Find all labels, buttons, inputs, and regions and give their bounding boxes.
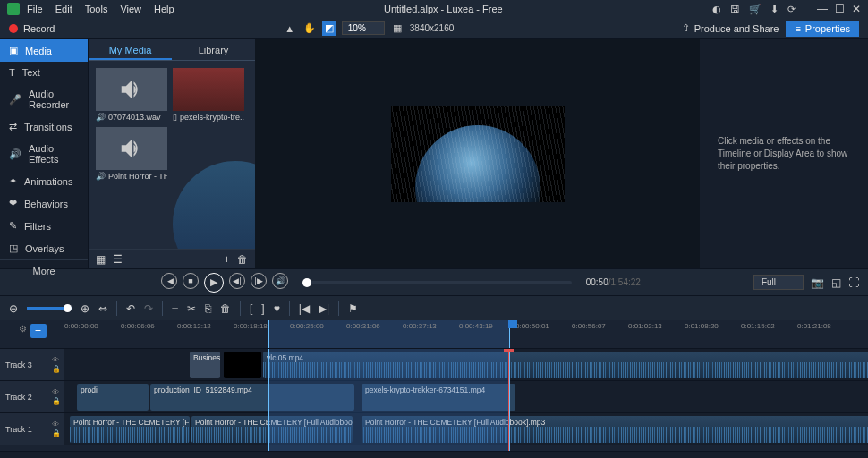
fit-timeline-button[interactable]: ⇔ [98, 302, 107, 315]
stop-button[interactable]: ■ [183, 273, 199, 289]
clip[interactable] [224, 352, 261, 378]
timeline-scrollbar[interactable] [0, 451, 868, 458]
clip[interactable]: prodi [77, 384, 149, 411]
tab-my-media[interactable]: My Media [89, 39, 172, 60]
nav-item-behaviors[interactable]: ❤Behaviors [0, 192, 88, 215]
media-item[interactable]: 🔊07074013.wav [96, 68, 167, 122]
zoom-out-button[interactable]: ⊖ [9, 302, 18, 315]
nav-item-animations[interactable]: ✦Animations [0, 170, 88, 192]
snapshot-button[interactable]: 📷 [811, 276, 824, 289]
produce-share-button[interactable]: ⇧ Produce and Share [682, 22, 779, 34]
menu-view[interactable]: View [120, 4, 141, 14]
download-icon[interactable]: ⬇ [770, 4, 779, 15]
nav-item-media[interactable]: ▣Media [0, 39, 88, 62]
save-icon[interactable]: 🖫 [730, 4, 740, 14]
add-track-button[interactable]: + [30, 324, 47, 338]
sync-icon[interactable]: ⟳ [787, 4, 796, 15]
volume-button[interactable]: 🔊 [272, 273, 288, 289]
track-visible-icon[interactable]: 👁 [52, 388, 61, 396]
menu-tools[interactable]: Tools [85, 4, 108, 14]
marker-button[interactable]: ♥ [274, 302, 280, 315]
track-visible-icon[interactable]: 👁 [52, 420, 61, 428]
zoom-slider[interactable] [27, 307, 72, 310]
grid-view-icon[interactable]: ▦ [96, 253, 106, 266]
record-button[interactable]: Record [9, 23, 55, 34]
menu-file[interactable]: File [27, 4, 43, 14]
delete-media-button[interactable]: 🗑 [237, 253, 248, 266]
clip[interactable]: Business [190, 352, 220, 378]
zoom-in-button[interactable]: ⊕ [81, 302, 89, 315]
bookmark-button[interactable]: ⚑ [348, 302, 358, 315]
track-body[interactable]: Point Horror - THE CEMETERY [Full Audiob… [64, 413, 868, 445]
canvas-size-icon[interactable]: ▦ [390, 21, 404, 36]
track-body[interactable]: prodiproduction_ID_5192849.mp4pexels-kry… [64, 381, 868, 412]
fullscreen-button[interactable]: ⛶ [848, 276, 859, 289]
account-icon[interactable]: ◐ [712, 4, 721, 15]
cart-icon[interactable]: 🛒 [749, 4, 762, 15]
track-lock-icon[interactable]: 🔒 [52, 365, 61, 373]
properties-button[interactable]: ≡ Properties [786, 21, 859, 37]
split-button[interactable]: ✂ [187, 302, 196, 315]
media-item[interactable]: 🔊Point Horror - TH... [96, 127, 167, 249]
clip[interactable]: Point Horror - THE CEMETERY [Full Audiob… [191, 416, 353, 443]
track-header[interactable]: Track 1👁🔒 [0, 413, 64, 445]
time-ruler[interactable]: 0:00:00:000:00:06:060:00:12:120:00:18:18… [64, 320, 868, 348]
clip[interactable]: vlc 05.mp4 [263, 352, 868, 378]
track-lock-icon[interactable]: 🔒 [52, 429, 61, 437]
menu-edit[interactable]: Edit [55, 4, 72, 14]
goto-end-button[interactable]: ▶| [319, 302, 329, 315]
crop-tool[interactable]: ◩ [322, 21, 336, 36]
clip[interactable]: production_ID_5192849.mp4 [150, 384, 354, 411]
magnet-button[interactable]: ⎓ [172, 302, 178, 315]
main-toolbar: Record ▲ ✋ ◩ 10% ▦ 3840x2160 ⇧ Produce a… [0, 18, 868, 39]
playhead[interactable] [508, 349, 509, 451]
preview-canvas[interactable] [391, 106, 565, 202]
nav-item-audio-recorder[interactable]: 🎤Audio Recorder [0, 83, 88, 115]
nav-item-text[interactable]: TText [0, 62, 88, 83]
clip[interactable]: Point Horror - THE CEMETERY [Full Audiob… [362, 416, 868, 443]
minimize-button[interactable]: — [817, 3, 828, 15]
zoom-slider-handle[interactable] [64, 304, 72, 312]
maximize-button[interactable]: ☐ [835, 3, 845, 15]
playhead-handle[interactable] [504, 349, 514, 352]
add-media-button[interactable]: + [224, 253, 230, 266]
preview-quality-select[interactable]: Full [753, 275, 804, 290]
redo-button[interactable]: ↷ [144, 302, 153, 315]
list-view-icon[interactable]: ☰ [113, 253, 123, 266]
track-header[interactable]: Track 3👁🔒 [0, 349, 64, 380]
timeline-options-icon[interactable]: ⚙ [19, 324, 27, 334]
undo-button[interactable]: ↶ [126, 302, 135, 315]
pointer-tool[interactable]: ▲ [283, 21, 297, 36]
nav-more[interactable]: More [0, 259, 88, 282]
nav-item-overlays[interactable]: ◳Overlays [0, 237, 88, 259]
mark-out-button[interactable]: ] [261, 302, 264, 315]
media-item[interactable]: ▯pexels-krypto-tre... [173, 68, 244, 122]
nav-item-filters[interactable]: ✎Filters [0, 215, 88, 237]
seek-bar[interactable] [302, 281, 572, 284]
close-button[interactable]: ✕ [852, 3, 861, 15]
detach-preview-button[interactable]: ◱ [831, 276, 841, 289]
tab-library[interactable]: Library [172, 39, 255, 60]
copy-button[interactable]: ⎘ [205, 302, 211, 315]
track-header[interactable]: Track 2👁🔒 [0, 381, 64, 412]
play-button[interactable]: ▶ [204, 273, 224, 293]
prev-frame-button[interactable]: |◀ [161, 273, 177, 289]
seek-handle[interactable] [302, 278, 311, 287]
mark-in-button[interactable]: [ [250, 302, 252, 315]
goto-start-button[interactable]: |◀ [299, 302, 310, 315]
track-lock-icon[interactable]: 🔒 [52, 397, 61, 405]
menu-help[interactable]: Help [154, 4, 174, 14]
preview-area[interactable] [255, 39, 700, 268]
clip[interactable]: pexels-krypto-trekker-6734151.mp4 [362, 384, 515, 411]
clip[interactable]: Point Horror - THE CEMETERY [Full Audiob… [70, 416, 190, 443]
media-item[interactable]: ▯production ID_5... [173, 127, 244, 249]
zoom-select[interactable]: 10% [342, 21, 385, 35]
delete-button[interactable]: 🗑 [220, 302, 231, 315]
step-back-button[interactable]: ◀| [229, 273, 245, 289]
step-fwd-button[interactable]: |▶ [251, 273, 267, 289]
hand-tool[interactable]: ✋ [302, 21, 317, 36]
track-body[interactable]: Businessvlc 05.mp4 [64, 349, 868, 380]
nav-item-audio-effects[interactable]: 🔊Audio Effects [0, 138, 88, 170]
track-visible-icon[interactable]: 👁 [52, 356, 61, 364]
nav-item-transitions[interactable]: ⇄Transitions [0, 115, 88, 138]
